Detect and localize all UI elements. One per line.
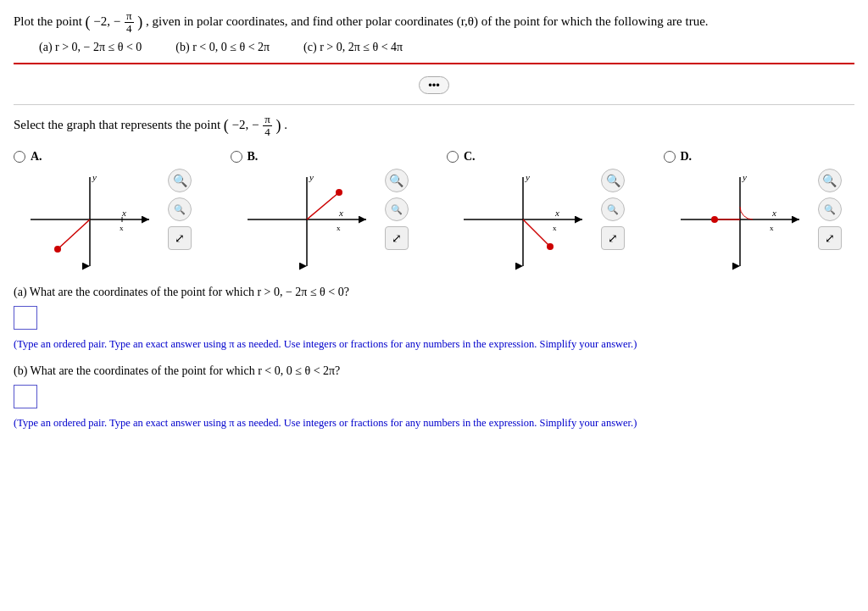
svg-point-20 [547,243,554,250]
radio-d[interactable] [664,151,676,163]
zoom-in-c[interactable]: 🔍 [601,169,625,192]
svg-text:x: x [770,224,774,232]
graph-d-svg: y x x [672,169,808,270]
svg-text:x: x [338,208,343,218]
svg-text:x: x [771,208,776,218]
option-d-label: D. [681,150,693,164]
answer-box-b[interactable] [14,385,37,408]
svg-text:y: y [525,172,530,182]
condition-a: (a) r > 0, − 2π ≤ θ < 0 [39,41,142,54]
option-c: C. y x [447,150,638,270]
answer-box-a[interactable] [14,306,37,330]
option-a: A. y [14,150,205,270]
svg-line-4 [58,219,90,249]
graph-c-controls: 🔍 🔍 ⤢ [601,169,625,250]
svg-point-13 [336,189,342,196]
part-b-section: (b) What are the coordinates of the poin… [14,364,854,431]
top-divider [14,63,854,64]
expand-a[interactable]: ⤢ [168,226,192,250]
part-b-hint: (Type an ordered pair. Type an exact ans… [14,415,854,431]
thin-divider [14,104,854,105]
svg-point-5 [54,246,61,253]
svg-point-27 [711,216,718,223]
radio-c[interactable] [447,151,459,163]
radio-b[interactable] [231,151,242,163]
zoom-in-b[interactable]: 🔍 [385,169,409,192]
option-b: B. y x [231,150,422,270]
option-b-label: B. [248,150,259,164]
graph-a-svg: y x x [22,169,158,270]
zoom-in-a[interactable]: 🔍 [168,169,192,192]
problem-statement: Plot the point ( −2, − π 4 ) , given in … [14,10,854,36]
expand-c[interactable]: ⤢ [601,226,625,250]
graph-a: y x x [22,169,158,270]
condition-c: (c) r > 0, 2π ≤ θ < 4π [303,41,403,54]
svg-text:y: y [92,172,97,182]
graph-b-controls: 🔍 🔍 ⤢ [385,169,409,250]
zoom-out-c[interactable]: 🔍 [601,197,625,221]
part-a-question: (a) What are the coordinates of the poin… [14,286,854,299]
svg-text:x: x [120,224,124,232]
expand-d[interactable]: ⤢ [818,226,842,250]
svg-text:x: x [553,224,557,232]
svg-text:y: y [309,172,314,182]
svg-text:y: y [742,172,747,182]
condition-b: (b) r < 0, 0 ≤ θ < 2π [175,41,270,54]
graph-d: y x x [672,169,808,270]
svg-line-19 [523,219,550,247]
graph-d-controls: 🔍 🔍 ⤢ [818,169,842,250]
zoom-in-d[interactable]: 🔍 [818,169,842,192]
graphs-row: A. y [14,150,854,270]
zoom-out-b[interactable]: 🔍 [385,197,409,221]
radio-a[interactable] [14,151,25,163]
part-b-question: (b) What are the coordinates of the poin… [14,364,854,378]
expand-b[interactable]: ⤢ [385,226,409,250]
plot-label: Plot the point [14,14,82,28]
graph-c: y x x [455,169,591,270]
svg-text:x: x [121,208,126,218]
expand-button[interactable]: ••• [419,76,449,94]
option-d: D. y x [664,150,855,270]
graph-c-svg: y x x [455,169,591,270]
problem-rest: , given in polar coordinates, and find o… [146,14,708,28]
part-a-section: (a) What are the coordinates of the poin… [14,286,854,353]
graph-b: y x x [239,169,375,270]
option-c-label: C. [464,150,476,164]
svg-text:x: x [554,208,559,218]
part-a-hint: (Type an ordered pair. Type an exact ans… [14,336,854,353]
option-a-label: A. [31,150,42,164]
conditions: (a) r > 0, − 2π ≤ θ < 0 (b) r < 0, 0 ≤ θ… [39,41,854,54]
zoom-out-a[interactable]: 🔍 [168,197,192,221]
select-graph-label: Select the graph that represents the poi… [14,114,854,139]
graph-a-controls: 🔍 🔍 ⤢ [168,169,192,250]
svg-text:x: x [337,224,341,232]
graph-b-svg: y x x [239,169,375,270]
svg-line-12 [307,192,339,219]
zoom-out-d[interactable]: 🔍 [818,197,842,221]
